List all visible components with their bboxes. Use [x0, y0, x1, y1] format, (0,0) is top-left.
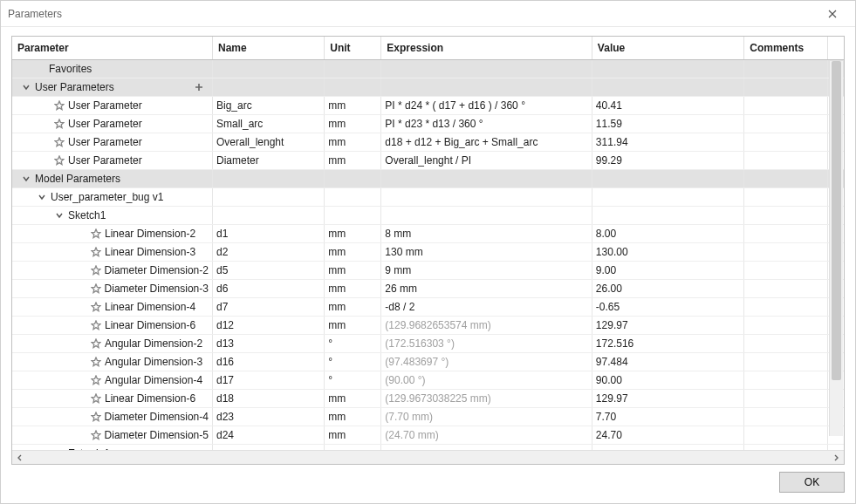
param-label[interactable]: Angular Dimension-2	[105, 337, 202, 350]
group-label-component[interactable]: User_parameter_bug v1	[51, 191, 163, 203]
cell-value[interactable]: 311.94	[596, 136, 628, 148]
cell-value[interactable]: 40.41	[596, 99, 622, 112]
favorite-star[interactable]	[90, 429, 102, 441]
cell-expression[interactable]: (172.516303 °)	[385, 337, 455, 350]
cell-name[interactable]: d16	[216, 356, 234, 368]
param-label[interactable]: User Parameter	[68, 99, 142, 112]
cell-unit[interactable]: mm	[328, 429, 346, 441]
cell-unit[interactable]: mm	[328, 319, 346, 331]
favorite-star[interactable]	[53, 99, 65, 112]
group-label-favorites[interactable]: Favorites	[49, 63, 92, 75]
cell-expression[interactable]: 8 mm	[385, 228, 411, 240]
favorite-star[interactable]	[90, 301, 102, 313]
cell-unit[interactable]: mm	[328, 136, 346, 148]
table-row[interactable]: Diameter Dimension-2d5mm9 mm9.00	[12, 262, 844, 280]
col-value[interactable]: Value	[592, 37, 743, 60]
cell-value[interactable]: 7.70	[596, 411, 616, 423]
cell-name[interactable]: d23	[216, 411, 234, 423]
cell-value[interactable]: 8.00	[596, 228, 616, 240]
cell-value[interactable]: 11.59	[596, 118, 622, 130]
cell-value[interactable]: -0.65	[596, 301, 620, 313]
favorite-star[interactable]	[53, 154, 65, 167]
group-row-favorites[interactable]: Favorites	[12, 60, 844, 78]
favorite-star[interactable]	[90, 337, 102, 350]
col-name[interactable]: Name	[212, 37, 324, 60]
param-label[interactable]: Diameter Dimension-5	[105, 429, 209, 441]
scroll-left-arrow[interactable]	[14, 453, 26, 463]
cell-unit[interactable]: mm	[328, 411, 346, 423]
param-label[interactable]: Linear Dimension-6	[105, 319, 195, 331]
cell-expression[interactable]: PI * d24 * ( d17 + d16 ) / 360 °	[385, 99, 525, 112]
table-row[interactable]: Linear Dimension-4d7mm-d8 / 2-0.65	[12, 298, 844, 317]
table-row[interactable]: Linear Dimension-6d18mm(129.9673038225 m…	[12, 390, 844, 408]
cell-name[interactable]: d13	[216, 337, 234, 350]
col-unit[interactable]: Unit	[325, 37, 381, 60]
table-row[interactable]: User ParameterSmall_arcmmPI * d23 * d13 …	[12, 115, 844, 133]
cell-value[interactable]: 24.70	[596, 429, 622, 441]
cell-expression[interactable]: (7.70 mm)	[385, 411, 433, 423]
cell-value[interactable]: 129.97	[596, 319, 628, 331]
cell-name[interactable]: d5	[216, 264, 228, 276]
group-row-component[interactable]: User_parameter_bug v1	[12, 188, 844, 207]
cell-unit[interactable]: °	[328, 374, 332, 386]
cell-expression[interactable]: d18 + d12 + Big_arc + Small_arc	[385, 136, 538, 148]
cell-value[interactable]: 9.00	[596, 264, 616, 276]
table-row[interactable]: Angular Dimension-2d13°(172.516303 °)172…	[12, 335, 844, 353]
table-row[interactable]: User ParameterDiametermmOverall_lenght /…	[12, 152, 844, 170]
horizontal-scrollbar[interactable]	[12, 450, 844, 464]
cell-name[interactable]: Overall_lenght	[216, 136, 284, 148]
scroll-right-arrow[interactable]	[830, 453, 842, 463]
group-label-sketch1[interactable]: Sketch1	[68, 209, 106, 221]
cell-name[interactable]: Big_arc	[216, 99, 252, 112]
group-row-model_parameters[interactable]: Model Parameters	[12, 170, 844, 188]
param-label[interactable]: User Parameter	[68, 118, 142, 130]
cell-unit[interactable]: mm	[328, 118, 346, 130]
cell-unit[interactable]: mm	[328, 246, 346, 258]
ok-button[interactable]: OK	[779, 472, 845, 493]
favorite-star[interactable]	[90, 246, 102, 258]
cell-expression[interactable]: (129.9682653574 mm)	[385, 319, 490, 331]
vertical-scrollbar[interactable]	[829, 61, 843, 436]
col-comments[interactable]: Comments	[744, 37, 828, 60]
cell-value[interactable]: 130.00	[596, 246, 628, 258]
table-row[interactable]: Diameter Dimension-5d24mm(24.70 mm)24.70	[12, 426, 844, 445]
favorite-star[interactable]	[90, 319, 102, 331]
param-label[interactable]: User Parameter	[68, 136, 142, 148]
cell-expression[interactable]: 26 mm	[385, 283, 417, 295]
close-button[interactable]	[817, 2, 848, 26]
cell-name[interactable]: Diameter	[216, 154, 259, 167]
favorite-star[interactable]	[90, 228, 102, 240]
group-label-user_parameters[interactable]: User Parameters	[35, 81, 114, 93]
col-expression[interactable]: Expression	[381, 37, 592, 60]
toggle-user_parameters[interactable]	[20, 81, 32, 93]
cell-expression[interactable]: (90.00 °)	[385, 374, 425, 386]
cell-unit[interactable]: mm	[328, 283, 346, 295]
favorite-star[interactable]	[90, 374, 102, 386]
cell-unit[interactable]: mm	[328, 264, 346, 276]
table-row[interactable]: Angular Dimension-4d17°(90.00 °)90.00	[12, 371, 844, 390]
table-row[interactable]: User ParameterBig_arcmmPI * d24 * ( d17 …	[12, 97, 844, 115]
cell-expression[interactable]: -d8 / 2	[385, 301, 414, 313]
table-row[interactable]: Angular Dimension-3d16°(97.483697 °)97.4…	[12, 353, 844, 371]
cell-unit[interactable]: mm	[328, 228, 346, 240]
cell-value[interactable]: 99.29	[596, 154, 622, 167]
cell-expression[interactable]: (24.70 mm)	[385, 429, 438, 441]
param-label[interactable]: Diameter Dimension-4	[105, 411, 209, 423]
favorite-star[interactable]	[53, 136, 65, 148]
param-label[interactable]: Linear Dimension-3	[105, 246, 195, 258]
cell-name[interactable]: d7	[216, 301, 228, 313]
cell-value[interactable]: 172.516	[596, 337, 633, 350]
cell-unit[interactable]: mm	[328, 154, 346, 167]
group-row-user_parameters[interactable]: User Parameters	[12, 78, 844, 97]
cell-value[interactable]: 129.97	[596, 392, 628, 405]
vertical-scroll-thumb[interactable]	[832, 61, 841, 380]
col-parameter[interactable]: Parameter	[12, 37, 212, 60]
param-label[interactable]: Linear Dimension-2	[105, 228, 195, 240]
toggle-component[interactable]	[36, 191, 48, 203]
cell-name[interactable]: d12	[216, 319, 234, 331]
toggle-sketch1[interactable]	[53, 209, 65, 221]
cell-name[interactable]: d24	[216, 429, 234, 441]
table-row[interactable]: Diameter Dimension-3d6mm26 mm26.00	[12, 280, 844, 298]
cell-unit[interactable]: mm	[328, 301, 346, 313]
cell-name[interactable]: d18	[216, 392, 234, 405]
